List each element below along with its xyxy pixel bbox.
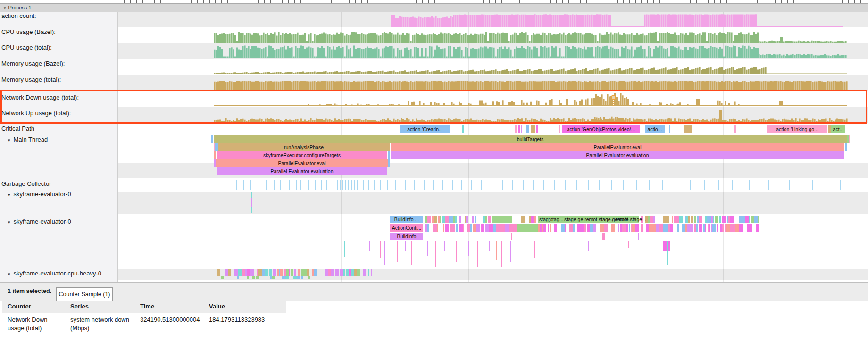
confetti-slice[interactable] xyxy=(534,216,536,223)
confetti-slice[interactable] xyxy=(565,224,566,232)
confetti-slice[interactable] xyxy=(758,216,759,223)
confetti-slice[interactable] xyxy=(433,224,437,232)
confetti-slice[interactable] xyxy=(735,224,739,232)
confetti-slice[interactable] xyxy=(277,269,279,276)
confetti-slice[interactable] xyxy=(544,224,546,232)
main-thread-slice[interactable]: ParallelEvaluator.eval xyxy=(216,159,388,167)
confetti-slice[interactable] xyxy=(449,216,453,223)
confetti-slice[interactable] xyxy=(540,224,542,232)
critical-path-slice[interactable] xyxy=(531,125,535,133)
confetti-slice[interactable] xyxy=(699,216,701,223)
confetti-slice[interactable] xyxy=(568,233,568,240)
confetti-slice[interactable] xyxy=(676,216,679,223)
confetti-slice[interactable] xyxy=(529,216,531,223)
confetti-slice[interactable] xyxy=(685,224,686,232)
gc-event[interactable] xyxy=(395,180,396,190)
confetti-slice[interactable] xyxy=(602,233,605,240)
confetti-slice[interactable] xyxy=(705,224,706,232)
confetti-slice[interactable] xyxy=(635,224,639,232)
critical-path-slice[interactable] xyxy=(536,125,538,133)
main-thread-slice[interactable]: runAnalysisPhase xyxy=(218,143,390,151)
confetti-slice[interactable] xyxy=(459,224,463,232)
confetti-slice[interactable] xyxy=(452,224,455,232)
confetti-slice[interactable] xyxy=(470,224,473,232)
confetti-slice[interactable] xyxy=(282,276,285,279)
confetti-slice[interactable] xyxy=(505,224,509,232)
confetti-slice[interactable] xyxy=(538,224,540,232)
confetti-slice[interactable] xyxy=(485,216,488,223)
gc-event[interactable] xyxy=(523,180,524,190)
confetti-slice[interactable] xyxy=(717,224,719,232)
evaluator-slice[interactable]: BuildInfo xyxy=(390,233,423,240)
confetti-slice[interactable] xyxy=(463,224,465,232)
gc-event[interactable] xyxy=(543,180,544,190)
confetti-slice[interactable] xyxy=(467,224,470,232)
gc-event[interactable] xyxy=(565,180,566,190)
gc-event[interactable] xyxy=(676,180,676,190)
confetti-slice[interactable] xyxy=(682,224,684,232)
confetti-slice[interactable] xyxy=(234,269,238,276)
confetti-slice[interactable] xyxy=(694,224,696,232)
gc-event[interactable] xyxy=(789,180,790,190)
drip-slice[interactable] xyxy=(444,241,445,251)
confetti-slice[interactable] xyxy=(648,216,650,223)
gc-event[interactable] xyxy=(337,180,338,190)
sidebar-item-skyframe-evaluator-cpu-heavy-0[interactable]: ▾skyframe-evaluator-cpu-heavy-0 xyxy=(8,270,101,277)
confetti-slice[interactable] xyxy=(739,224,743,232)
sidebar-item-skyframe-evaluator-0[interactable]: ▾skyframe-evaluator-0 xyxy=(8,218,71,225)
confetti-slice[interactable] xyxy=(371,269,372,276)
confetti-slice[interactable] xyxy=(455,216,457,223)
drip-slice[interactable] xyxy=(369,241,370,251)
critical-path-slice[interactable] xyxy=(669,125,670,133)
drip-slice[interactable] xyxy=(384,241,385,265)
gc-event[interactable] xyxy=(368,180,369,190)
sidebar-item-cpu-usage-bazel-[interactable]: CPU usage (Bazel): xyxy=(1,28,56,35)
confetti-slice[interactable] xyxy=(472,216,474,223)
confetti-slice[interactable] xyxy=(674,216,676,223)
gc-event[interactable] xyxy=(471,180,472,190)
gc-event[interactable] xyxy=(315,180,316,190)
gc-event[interactable] xyxy=(357,180,358,190)
sidebar-item-memory-usage-bazel-[interactable]: Memory usage (Bazel): xyxy=(1,60,65,67)
confetti-slice[interactable] xyxy=(679,216,683,223)
gc-event[interactable] xyxy=(649,180,650,190)
gc-event[interactable] xyxy=(718,180,719,190)
confetti-slice[interactable] xyxy=(445,224,448,232)
confetti-slice[interactable] xyxy=(343,269,345,276)
gc-event[interactable] xyxy=(442,180,443,190)
gc-event[interactable] xyxy=(599,180,600,190)
main-thread-slice[interactable] xyxy=(214,151,216,159)
sidebar-item-critical-path[interactable]: Critical Path xyxy=(1,125,34,132)
gc-event[interactable] xyxy=(380,180,381,190)
confetti-slice[interactable] xyxy=(632,224,634,232)
confetti-slice[interactable] xyxy=(550,224,551,232)
confetti-slice[interactable] xyxy=(258,269,262,276)
confetti-slice[interactable] xyxy=(580,224,584,232)
critical-path-slice[interactable]: act... xyxy=(831,125,845,133)
confetti-slice[interactable] xyxy=(314,269,317,276)
counter-chart-netu[interactable] xyxy=(0,107,868,123)
confetti-slice[interactable] xyxy=(450,224,452,232)
gc-event[interactable] xyxy=(243,180,244,190)
confetti-slice[interactable] xyxy=(485,224,489,232)
confetti-slice[interactable] xyxy=(265,269,268,276)
drip-slice[interactable] xyxy=(344,241,345,257)
counter-chart-netd[interactable] xyxy=(0,91,868,107)
confetti-slice[interactable] xyxy=(475,216,476,223)
sidebar-item-action-count-[interactable]: action count: xyxy=(1,12,36,19)
critical-path-slice[interactable] xyxy=(518,125,520,133)
critical-path-slice[interactable]: action 'Creatin... xyxy=(400,125,450,133)
main-thread-slice[interactable] xyxy=(211,135,213,143)
confetti-slice[interactable] xyxy=(747,224,749,232)
confetti-slice[interactable] xyxy=(650,224,654,232)
gc-event[interactable] xyxy=(259,180,259,190)
gc-event[interactable] xyxy=(492,180,492,190)
confetti-slice[interactable] xyxy=(301,276,303,279)
confetti-slice[interactable] xyxy=(569,224,573,232)
main-thread-slice[interactable] xyxy=(214,159,216,167)
drip-slice[interactable] xyxy=(468,241,469,256)
drip-slice[interactable] xyxy=(510,241,511,262)
confetti-slice[interactable] xyxy=(493,224,496,232)
confetti-slice[interactable] xyxy=(730,216,734,223)
gc-event[interactable] xyxy=(481,180,482,190)
